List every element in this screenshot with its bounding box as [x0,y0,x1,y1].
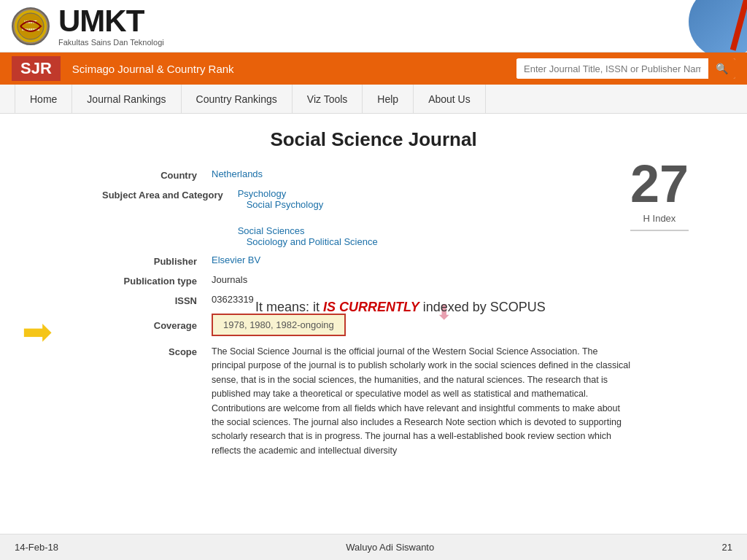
country-link[interactable]: Netherlands [212,168,263,179]
subject-label: Subject Area and Category [102,188,238,201]
subject-cat2-sub: Sociology and Political Science [247,236,598,247]
logo-bar: UMKT SAMARINDA UMKT Fakultas Sains Dan T… [0,0,747,52]
scope-label: Scope [102,345,212,357]
subject-cat1-main[interactable]: Psychology [238,188,286,199]
sjr-title: Scimago Journal & Country Rank [72,63,516,75]
subject-row: Subject Area and Category Psychology Soc… [102,188,598,247]
journal-title: Social Science Journal [29,128,718,151]
search-button[interactable]: 🔍 [708,58,735,79]
footer-date: 14-Feb-18 [15,542,58,553]
footer-author: Waluyo Adi Siswanto [346,542,434,553]
publisher-link[interactable]: Elsevier BV [212,254,260,265]
pub-type-value: Journals [212,274,598,285]
coverage-text: 1978, 1980, 1982-ongoing [223,319,334,330]
university-subtitle: Fakultas Sains Dan Teknologi [58,38,164,47]
nav-journal-rankings[interactable]: Journal Rankings [72,85,181,114]
country-value: Netherlands [212,168,598,179]
h-index-box: 27 H Index [630,158,689,231]
coverage-value: 1978, 1980, 1982-ongoing [212,314,598,336]
publisher-label: Publisher [102,254,212,267]
country-label: Country [102,168,212,181]
scope-row: Scope The Social Science Journal is the … [102,345,718,458]
coverage-box: 1978, 1980, 1982-ongoing [212,314,346,336]
annotation-text: It means: it IS CURRENTLY indexed by SCO… [255,300,546,315]
nav-about-us[interactable]: About Us [414,85,486,114]
subject-value: Psychology Social Psychology Social Scie… [238,188,598,247]
nav-home[interactable]: Home [15,85,72,114]
university-name: UMKT [58,6,164,36]
annotation-after: indexed by SCOPUS [419,300,546,314]
pub-type-label: Publication type [102,274,212,287]
annotation-before: It means: it [255,300,323,314]
nav-country-rankings[interactable]: Country Rankings [182,85,293,114]
main-content: Social Science Journal 27 H Index Countr… [0,114,747,534]
scope-text: The Social Science Journal is the offici… [212,345,631,458]
sjr-brand-label[interactable]: SJR [12,56,61,81]
pub-type-row: Publication type Journals [102,274,598,287]
country-row: Country Netherlands [102,168,598,181]
subject-cat2-main[interactable]: Social Sciences [238,225,305,236]
yellow-arrow-annotation: ➡ [22,314,53,350]
h-index-value: 27 [630,158,689,210]
sjr-header-bar: SJR Scimago Journal & Country Rank 🔍 [0,52,747,85]
publisher-value: Elsevier BV [212,254,598,265]
publisher-row: Publisher Elsevier BV [102,254,598,267]
issn-label: ISSN [102,294,212,306]
coverage-row: ➡ Coverage 1978, 1980, 1982-ongoing ⬇ [102,314,598,336]
nav-help[interactable]: Help [363,85,414,114]
annotation-currently: IS CURRENTLY [323,300,419,314]
footer: 14-Feb-18 Waluyo Adi Siswanto 21 [0,534,747,560]
footer-page: 21 [722,542,732,553]
nav-bar: Home Journal Rankings Country Rankings V… [0,85,747,114]
university-logo: UMKT SAMARINDA [12,7,50,45]
yellow-right-arrow-icon: ➡ [22,314,53,350]
subject-cat1-sub: Social Psychology [247,199,598,210]
coverage-label: Coverage [102,319,212,331]
nav-viz-tools[interactable]: Viz Tools [293,85,363,114]
search-input[interactable] [516,59,708,79]
h-index-label: H Index [630,213,689,224]
search-box[interactable]: 🔍 [516,58,735,79]
top-decoration [689,0,747,52]
